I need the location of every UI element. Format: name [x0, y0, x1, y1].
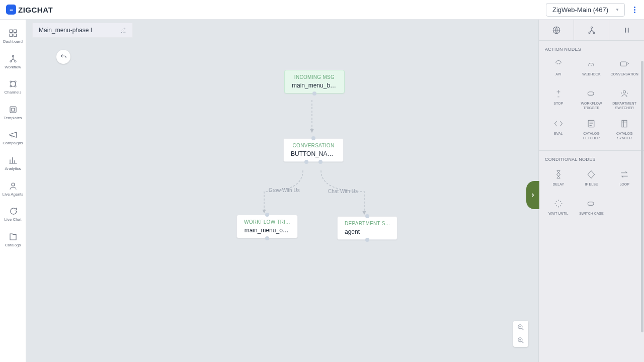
zoom-in-button[interactable] — [513, 334, 528, 347]
palette-node-eval[interactable]: EVAL — [542, 115, 575, 143]
svg-point-13 — [12, 183, 15, 186]
more-menu-icon[interactable] — [631, 7, 638, 13]
sidebar-item-dashboard[interactable]: Dashboard — [0, 29, 26, 44]
node-department-switcher[interactable]: DEPARTMENT S... agent — [337, 216, 397, 240]
sidebar-item-agents[interactable]: Live Agents — [0, 182, 26, 197]
palette-node-webhook[interactable]: WEBHOOK — [575, 56, 608, 83]
edges-layer — [26, 41, 538, 362]
svg-rect-0 — [10, 30, 12, 32]
panel-collapse-handle[interactable] — [526, 181, 539, 209]
fetch-icon — [586, 118, 597, 129]
workflow-name-text: Main_menu-phase I — [39, 27, 92, 34]
node-port[interactable] — [304, 160, 308, 164]
palette-node-deptswitch[interactable]: DEPARTMENT SWITCHER — [608, 85, 641, 113]
svg-point-9 — [10, 85, 12, 87]
node-port[interactable] — [265, 236, 269, 240]
sidebar-item-templates[interactable]: Templates — [0, 105, 26, 121]
nav-sidebar: Dashboard Workflow Channels Templates Ca… — [0, 20, 26, 362]
workflow-canvas[interactable]: Grow With Us Chat With Us INCOMING MSG m… — [26, 41, 538, 362]
palette-node-catsync[interactable]: CATALOG SYNCER — [608, 115, 641, 143]
tab-pause[interactable] — [609, 20, 644, 40]
palette-node-delay[interactable]: DELAY — [542, 166, 575, 193]
switchcase-icon — [586, 198, 597, 209]
node-conversation[interactable]: CONVERSATION BUTTON_NAME — [283, 138, 344, 162]
palette-node-waituntil[interactable]: WAIT UNTIL — [542, 195, 575, 222]
svg-rect-20 — [621, 62, 627, 66]
edge-label: Grow With Us — [269, 188, 300, 193]
svg-point-17 — [591, 27, 592, 28]
sidebar-item-label: Workflow — [5, 65, 21, 70]
webhook-icon — [586, 59, 597, 70]
svg-rect-21 — [588, 92, 594, 96]
palette-node-catfetch[interactable]: CATALOG FETCHER — [575, 115, 608, 143]
chevron-right-icon — [530, 192, 536, 198]
delay-icon — [553, 169, 564, 180]
sidebar-item-analytics[interactable]: Analytics — [0, 156, 26, 171]
svg-point-8 — [15, 81, 16, 82]
palette-node-label: CATALOG FETCHER — [576, 131, 607, 140]
scrollbar[interactable] — [641, 61, 643, 332]
sidebar-item-label: Analytics — [5, 166, 21, 171]
zoom-out-icon — [517, 324, 524, 331]
sidebar-item-label: Dashboard — [3, 39, 23, 44]
nodes-panel: ACTION NODES API WEBHOOK CONVERSATION ST… — [538, 20, 644, 362]
node-port[interactable] — [365, 214, 369, 218]
palette-node-loop[interactable]: LOOP — [608, 166, 641, 193]
node-port[interactable] — [365, 238, 369, 242]
palette-node-label: CATALOG SYNCER — [609, 131, 640, 140]
conversation-icon — [619, 59, 630, 70]
chat-icon — [9, 207, 18, 216]
switcher-icon — [619, 88, 630, 99]
sidebar-item-channels[interactable]: Channels — [0, 79, 26, 95]
stop-icon — [553, 88, 564, 99]
node-port[interactable] — [318, 160, 323, 164]
node-workflow-trigger[interactable]: WORKFLOW TRI... main_menu_op... — [236, 215, 298, 238]
node-port[interactable] — [311, 136, 315, 140]
palette-node-label: LOOP — [619, 182, 629, 190]
palette-node-api[interactable]: API — [542, 56, 575, 83]
palette-node-label: DELAY — [553, 182, 564, 190]
node-title: main_menu_bu... — [292, 82, 337, 89]
project-selector[interactable]: ZigWeb-Main (467) — [546, 3, 625, 17]
eval-icon — [553, 118, 564, 129]
palette-node-wftrigger[interactable]: WORKFLOW TRIGGER — [575, 85, 608, 113]
sidebar-item-label: Templates — [4, 116, 22, 121]
palette-node-ifelse[interactable]: IF ELSE — [575, 166, 608, 193]
logo-text: ZIGCHAT — [18, 6, 53, 14]
palette-node-label: IF ELSE — [585, 182, 598, 190]
undo-button[interactable] — [56, 50, 70, 64]
undo-icon — [60, 53, 67, 60]
svg-point-19 — [593, 32, 595, 33]
palette-node-conversation[interactable]: CONVERSATION — [608, 56, 641, 83]
channels-icon — [9, 79, 18, 88]
svg-point-18 — [589, 32, 590, 33]
loop-icon — [619, 169, 630, 180]
node-incoming-msg[interactable]: INCOMING MSG main_menu_bu... — [284, 70, 345, 94]
palette-node-label: WORKFLOW TRIGGER — [576, 101, 607, 110]
edge-label: Chat With Us — [328, 189, 358, 194]
svg-point-5 — [10, 60, 12, 62]
sidebar-item-catalogs[interactable]: Catalogs — [0, 232, 26, 248]
project-selector-value: ZigWeb-Main (467) — [552, 6, 608, 14]
svg-point-4 — [12, 55, 14, 57]
palette-node-label: API — [555, 72, 561, 80]
analytics-icon — [9, 156, 18, 165]
zoom-controls — [513, 321, 528, 347]
workflow-name-field[interactable]: Main_menu-phase I — [32, 23, 133, 38]
palette-node-label: STOP — [553, 101, 563, 109]
tab-tree[interactable] — [574, 20, 609, 40]
node-port[interactable] — [265, 213, 269, 217]
sidebar-item-workflow[interactable]: Workflow — [0, 54, 26, 70]
tab-global[interactable] — [539, 20, 574, 40]
sidebar-item-livechat[interactable]: Live Chat — [0, 207, 26, 222]
node-type: DEPARTMENT S... — [345, 221, 390, 226]
palette-node-label: WAIT UNTIL — [548, 211, 568, 219]
sidebar-item-campaigns[interactable]: Campaigns — [0, 130, 26, 146]
zoom-out-button[interactable] — [513, 321, 528, 334]
palette-node-stop[interactable]: STOP — [542, 85, 575, 113]
dashboard-icon — [9, 29, 18, 38]
node-type: CONVERSATION — [291, 143, 336, 148]
node-port[interactable] — [312, 92, 316, 96]
agents-icon — [9, 182, 18, 191]
palette-node-switchcase[interactable]: SWITCH CASE — [575, 195, 608, 222]
